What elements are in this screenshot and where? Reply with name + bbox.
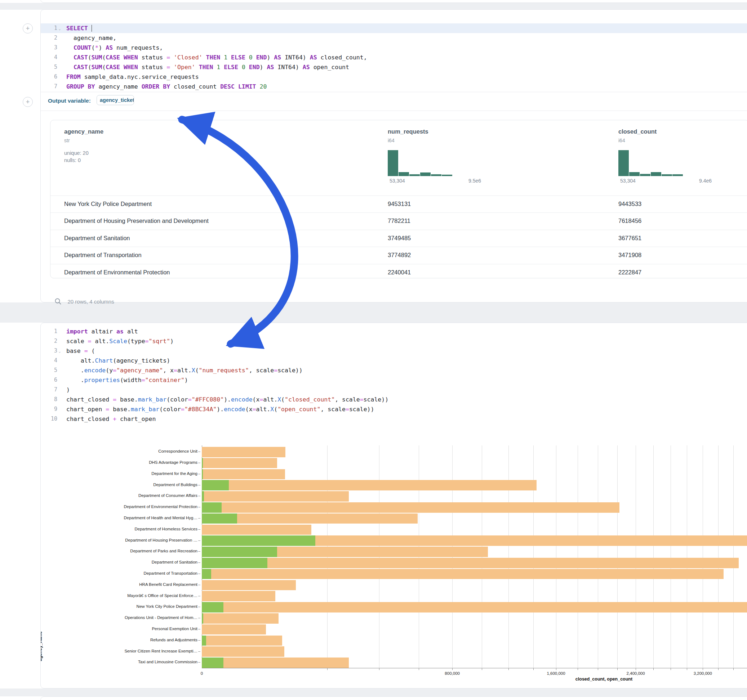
open-count-bar (202, 558, 268, 568)
fold-spacer (57, 375, 62, 385)
num-requests-cell: 9453131 (388, 201, 411, 207)
fold-spacer (57, 62, 62, 72)
line-number: 10 (41, 414, 57, 424)
y-axis-tick (198, 496, 200, 496)
fold-chevron-icon[interactable]: ⌄ (57, 23, 62, 33)
python-line-5[interactable]: 5 .encode(y="agency_name", x=alt.X("num_… (41, 365, 747, 375)
closed-count-bar (202, 635, 282, 646)
python-line-10[interactable]: 10chart_closed + chart_open (41, 414, 747, 424)
table-footer-text: 20 rows, 4 columns (67, 299, 114, 305)
add-cell-button-mid[interactable]: + (23, 97, 33, 107)
open-count-bar (202, 491, 204, 502)
line-number: 7 (41, 82, 57, 92)
num-requests-cell: 2240041 (388, 269, 411, 276)
python-line-9[interactable]: 9chart_open = base.mark_bar(color="#8BC3… (41, 404, 747, 414)
sql-line-5[interactable]: 5 CAST(SUM(CASE WHEN status = 'Open' THE… (41, 62, 747, 72)
y-axis-tick (198, 607, 200, 607)
closed-count-cell: 9443533 (618, 201, 641, 207)
output-variable-row: Output variable: agency_tickets (41, 92, 747, 111)
sql-line-1[interactable]: 1⌄SELECT (41, 23, 747, 33)
line-number: 3 (41, 346, 57, 356)
previous-cell-fragment (40, 0, 747, 3)
python-line-7[interactable]: 7) (41, 385, 747, 395)
agency-name-cell: Department of Housing Preservation and D… (64, 217, 209, 224)
line-number: 5 (41, 62, 57, 72)
open-count-bar (202, 502, 222, 513)
open-count-bar (202, 536, 315, 546)
add-cell-button-top[interactable]: + (23, 23, 33, 33)
fold-chevron-icon[interactable]: ⌄ (57, 346, 62, 356)
search-icon[interactable] (54, 298, 62, 305)
sql-line-2[interactable]: 2 agency_name, (41, 33, 747, 43)
table-row[interactable]: New York City Police Department945313194… (50, 196, 747, 213)
gridline (556, 445, 556, 668)
closed-count-bar (202, 447, 286, 457)
x-axis-label: 1,600,000 (547, 671, 565, 676)
sql-line-3[interactable]: 3 COUNT(*) AS num_requests, (41, 43, 747, 53)
sql-code-editor[interactable]: 1⌄SELECT 2 agency_name,3 COUNT(*) AS num… (41, 23, 747, 92)
line-number: 9 (41, 404, 57, 414)
fold-spacer (57, 33, 62, 43)
fold-spacer (57, 365, 62, 375)
output-variable-chip[interactable]: agency_tickets (97, 95, 134, 105)
line-number: 1 (41, 23, 57, 33)
closed-count-bar (202, 658, 349, 668)
x-axis-tick (718, 668, 718, 670)
code-text: .properties(width="container") (62, 375, 188, 385)
python-line-4[interactable]: 4 alt.Chart(agency_tickets) (41, 356, 747, 365)
fold-spacer (57, 414, 62, 424)
x-axis-label: 0 (201, 671, 203, 676)
y-axis-tick (198, 662, 200, 662)
x-axis-tick (636, 668, 636, 670)
code-text: FROM sample_data.nyc.service_requests (62, 72, 199, 82)
python-line-1[interactable]: 1import altair as alt (41, 327, 747, 336)
x-axis-label: 3,200,000 (694, 671, 712, 676)
python-line-6[interactable]: 6 .properties(width="container") (41, 375, 747, 385)
x-axis-tick (653, 668, 654, 670)
line-number: 3 (41, 43, 57, 53)
cell-gap-bottom (0, 688, 747, 696)
category-label: Senior Citizen Rent Increase Exempti… (82, 649, 198, 653)
category-label: Refunds and Adjustments (82, 638, 198, 642)
x-axis-tick (419, 668, 419, 670)
y-axis-tick (198, 573, 200, 574)
table-row[interactable]: Department of Housing Preservation and D… (50, 213, 747, 230)
python-line-8[interactable]: 8chart_closed = base.mark_bar(color="#FF… (41, 395, 747, 404)
gridline (617, 445, 618, 668)
gridline (578, 445, 578, 668)
table-row[interactable]: Department of Sanitation37494853677651 (50, 230, 747, 247)
x-axis-tick (379, 668, 380, 670)
x-axis-tick (482, 668, 482, 670)
y-axis-tick (198, 629, 200, 629)
closed-count-cell: 3471908 (618, 252, 641, 258)
y-axis-tick (198, 463, 200, 463)
sql-line-4[interactable]: 4 CAST(SUM(CASE WHEN status = 'Closed' T… (41, 53, 747, 62)
python-line-3[interactable]: 3⌄base = ( (41, 346, 747, 356)
x-axis-tick (703, 668, 703, 670)
y-axis-tick (198, 474, 200, 474)
table-row[interactable]: Department of Environmental Protection22… (50, 264, 747, 282)
category-label: Department of Buildings (82, 483, 198, 487)
open-count-bar (202, 513, 237, 524)
fold-spacer (57, 356, 62, 365)
sql-line-6[interactable]: 6FROM sample_data.nyc.service_requests (41, 72, 747, 82)
line-number: 4 (41, 53, 57, 62)
code-text: ) (62, 385, 70, 395)
sql-line-7[interactable]: 7GROUP BY agency_name ORDER BY closed_co… (41, 82, 747, 92)
closed-count-bar (202, 580, 296, 591)
closed-count-cell: 3677651 (618, 235, 641, 241)
category-label: Correspondence Unit (82, 449, 198, 453)
category-label: Operations Unit - Department of Hom… (82, 616, 198, 620)
python-line-2[interactable]: 2scale = alt.Scale(type="sqrt") (41, 336, 747, 346)
y-axis-tick (198, 640, 200, 641)
category-label: Department of Environmental Protection (82, 504, 198, 509)
closed-count-bar (202, 525, 312, 535)
python-code-editor[interactable]: 1import altair as alt2scale = alt.Scale(… (41, 327, 747, 424)
code-text: scale = alt.Scale(type="sqrt") (62, 336, 174, 346)
x-axis-tick (617, 668, 618, 670)
table-row[interactable]: Department of Transportation377489234719… (50, 247, 747, 264)
gridline (533, 445, 534, 668)
x-axis-tick (598, 668, 598, 670)
fold-spacer (57, 336, 62, 346)
text-cursor (92, 25, 92, 32)
